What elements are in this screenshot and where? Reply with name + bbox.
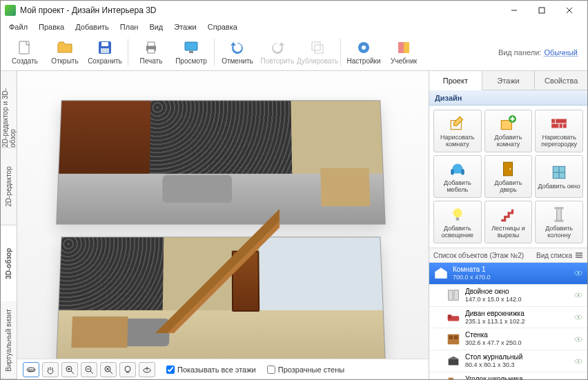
vtab-3d[interactable]: 3D-обзор [1, 226, 17, 303]
transparent-walls-check[interactable]: Прозрачные стены [267, 366, 344, 374]
svg-text:360: 360 [28, 368, 35, 372]
draw-partition-button[interactable]: Нарисовать перегородку [535, 110, 583, 152]
object-item[interactable]: Комната 1700.0 x 470.0 [429, 263, 587, 285]
open-button[interactable]: Открыть [45, 36, 85, 69]
light-icon [449, 206, 467, 223]
svg-point-30 [125, 366, 130, 372]
object-item[interactable]: Уголок школьника197.6 x 48.7 x 173.0 [429, 372, 587, 379]
svg-rect-14 [315, 45, 323, 53]
list-view-icon[interactable] [575, 251, 583, 259]
add-window-button[interactable]: Добавить окно [535, 155, 583, 198]
view-panel-link[interactable]: Обычный [544, 48, 578, 57]
add-column-button[interactable]: Добавить колонну [535, 201, 583, 243]
minimize-button[interactable] [500, 1, 528, 19]
visibility-icon[interactable] [574, 290, 583, 300]
svg-rect-47 [557, 208, 562, 220]
tab-project[interactable]: Проект [429, 71, 482, 90]
vtab-virtual[interactable]: Виртуальный визит [1, 302, 17, 379]
light-toggle-button[interactable] [119, 362, 136, 377]
book-icon [395, 39, 412, 56]
menu-add[interactable]: Добавить [70, 21, 115, 32]
app-icon [5, 5, 16, 16]
tab-properties[interactable]: Свойства [535, 71, 587, 90]
settings-button[interactable]: Настройки [344, 36, 384, 69]
visibility-icon[interactable] [574, 268, 583, 278]
svg-rect-40 [504, 162, 513, 176]
design-grid: Нарисовать комнату Добавить комнату Нари… [429, 106, 587, 248]
svg-point-45 [453, 208, 462, 217]
save-icon [97, 39, 113, 56]
zoom-fit-button[interactable] [100, 362, 117, 377]
zoom-in-button[interactable] [61, 362, 78, 377]
create-button[interactable]: Создать [5, 36, 45, 69]
duplicate-button[interactable]: Дублировать [297, 36, 337, 69]
zoom-out-button[interactable] [81, 362, 97, 377]
orbit-360-button[interactable]: 360 [23, 362, 39, 377]
object-item[interactable]: Диван еврокнижка235.1 x 113.1 x 102.2 [429, 307, 587, 329]
separator [340, 39, 341, 66]
menu-floors[interactable]: Этажи [168, 21, 202, 32]
3d-canvas[interactable] [17, 71, 429, 359]
maximize-button[interactable] [528, 1, 556, 19]
visibility-icon[interactable] [574, 357, 583, 366]
vtab-2d3d[interactable]: 2D-редактор и 3D-обзор [1, 71, 17, 148]
orbit-icon: 360 [26, 365, 37, 374]
svg-rect-51 [576, 254, 582, 256]
menu-view[interactable]: Вид [144, 21, 168, 32]
svg-rect-46 [456, 217, 459, 220]
menu-plan[interactable]: План [115, 21, 144, 32]
svg-rect-70 [449, 378, 453, 379]
menu-help[interactable]: Справка [202, 21, 243, 32]
print-button[interactable]: Печать [131, 36, 171, 69]
close-button[interactable] [556, 1, 583, 19]
brick-icon [550, 114, 568, 132]
draw-room-button[interactable]: Нарисовать комнату [433, 110, 482, 152]
svg-rect-56 [454, 290, 458, 301]
add-room-button[interactable]: Добавить комнату [484, 110, 533, 152]
tab-floors[interactable]: Этажи [482, 71, 536, 90]
svg-rect-48 [555, 207, 564, 209]
svg-line-27 [110, 371, 112, 374]
object-icon [433, 266, 449, 281]
object-icon [446, 375, 461, 379]
show-all-floors-check[interactable]: Показывать все этажи [166, 366, 256, 374]
vertical-tabs: 2D-редактор и 3D-обзор 2D-редактор 3D-об… [1, 71, 17, 379]
pan-button[interactable] [42, 362, 59, 377]
object-item[interactable]: Стол журнальный80.4 x 80.1 x 30.3 [429, 350, 587, 372]
visibility-icon[interactable] [574, 378, 583, 379]
redo-button[interactable]: Повторить [257, 36, 297, 69]
add-furniture-button[interactable]: Добавить мебель [433, 155, 482, 198]
visibility-icon[interactable] [574, 334, 583, 344]
view-toolbar: 360 Показывать все этажи Прозрачные стен… [17, 359, 429, 379]
view-panel-label: Вид панели:Обычный [498, 48, 583, 57]
duplicate-icon [309, 39, 326, 56]
right-panel: Проект Этажи Свойства Дизайн Нарисовать … [429, 71, 587, 379]
tutorial-button[interactable]: Учебник [384, 36, 424, 69]
svg-rect-13 [312, 42, 320, 50]
svg-point-41 [510, 168, 511, 170]
vtab-2d[interactable]: 2D-редактор [1, 148, 17, 226]
svg-rect-55 [449, 290, 453, 301]
menu-edit[interactable]: Правка [33, 21, 70, 32]
preview-button[interactable]: Просмотр [171, 36, 211, 69]
save-button[interactable]: Сохранить [85, 36, 125, 69]
svg-rect-52 [576, 257, 582, 258]
object-icon [446, 354, 461, 369]
add-door-button[interactable]: Добавить дверь [484, 155, 533, 198]
svg-rect-10 [148, 49, 155, 53]
redo-icon [269, 39, 286, 56]
zoom-fit-icon [104, 365, 113, 374]
menu-file[interactable]: Файл [3, 21, 33, 32]
bulb-icon [123, 365, 133, 374]
visibility-icon[interactable] [574, 312, 583, 322]
stairs-button[interactable]: Лестницы и вырезы [484, 201, 533, 243]
svg-rect-6 [101, 42, 108, 46]
add-lighting-button[interactable]: Добавить освещение [433, 201, 482, 243]
svg-line-24 [90, 371, 93, 374]
object-item[interactable]: Стенка302.6 x 47.7 x 250.0 [429, 328, 587, 350]
svg-point-16 [362, 46, 366, 50]
svg-rect-12 [189, 51, 193, 53]
undo-button[interactable]: Отменить [217, 36, 257, 69]
object-item[interactable]: Двойное окно147.0 x 15.0 x 142.0 [429, 285, 587, 307]
camera-reset-button[interactable] [139, 362, 155, 377]
